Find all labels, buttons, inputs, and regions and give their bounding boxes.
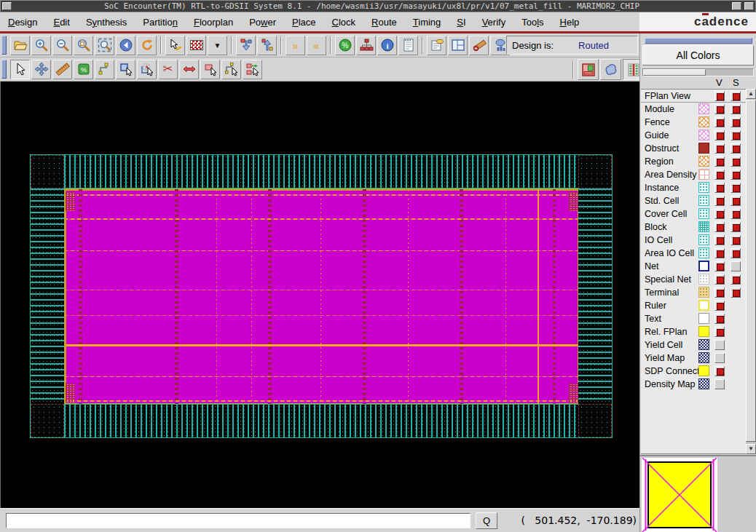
- amoeba-view-button[interactable]: [600, 59, 621, 80]
- measure-button[interactable]: [469, 36, 489, 55]
- core-metal-fill[interactable]: [64, 188, 580, 405]
- menu-synthesis[interactable]: Synthesis: [78, 14, 135, 31]
- layer-row-instance[interactable]: Instance: [641, 181, 746, 194]
- menu-verify[interactable]: Verify: [474, 14, 514, 31]
- zoom-selected-button[interactable]: [74, 36, 93, 55]
- zoom-out-button[interactable]: [52, 36, 72, 55]
- layer-row-yield-cell[interactable]: Yield Cell: [641, 338, 746, 352]
- selectable-checkbox[interactable]: [731, 261, 741, 271]
- violation-report-button[interactable]: [398, 36, 418, 55]
- select-box-button[interactable]: [116, 60, 135, 79]
- edit-select-button[interactable]: [165, 36, 185, 55]
- visible-checkbox[interactable]: [714, 183, 725, 193]
- visible-checkbox[interactable]: [714, 274, 725, 285]
- layer-row-io-cell[interactable]: IO Cell: [641, 234, 746, 247]
- selectable-checkbox[interactable]: [731, 117, 741, 127]
- layer-color-swatch[interactable]: [698, 352, 709, 363]
- layer-color-swatch[interactable]: [698, 103, 709, 114]
- layout-canvas[interactable]: [0, 82, 639, 508]
- menu-timing[interactable]: Timing: [405, 14, 449, 31]
- layer-row-block[interactable]: Block: [641, 221, 746, 234]
- palette-vertical-scrollbar[interactable]: ▲ ▼: [746, 89, 756, 454]
- layer-row-terminal[interactable]: Terminal: [641, 286, 746, 299]
- layer-color-swatch[interactable]: [698, 130, 709, 140]
- selectable-checkbox[interactable]: [731, 156, 741, 167]
- selectable-checkbox[interactable]: [731, 274, 741, 285]
- visible-checkbox[interactable]: [714, 117, 725, 127]
- visible-checkbox[interactable]: [714, 301, 725, 311]
- visible-checkbox[interactable]: [714, 314, 725, 324]
- chip-die[interactable]: [30, 154, 613, 438]
- minimap-viewport[interactable]: [642, 458, 717, 532]
- visible-checkbox[interactable]: [714, 248, 725, 258]
- maximize-button[interactable]: [744, 2, 754, 10]
- stretch-wire-button[interactable]: [179, 60, 199, 79]
- menu-power[interactable]: Power: [241, 14, 284, 31]
- density-box-button[interactable]: %: [74, 60, 93, 79]
- fill-pattern-button[interactable]: [186, 36, 206, 55]
- visible-checkbox[interactable]: [714, 235, 725, 245]
- layer-row-text[interactable]: Text: [641, 312, 746, 325]
- layer-row-ruler[interactable]: Ruler: [641, 299, 746, 312]
- layer-row-net[interactable]: Net: [641, 260, 746, 273]
- visible-checkbox[interactable]: [714, 209, 725, 219]
- layer-row-yield-map[interactable]: Yield Map: [641, 352, 746, 365]
- selectable-checkbox[interactable]: [731, 209, 741, 219]
- floorplan-view-button[interactable]: [578, 59, 599, 80]
- layer-color-swatch[interactable]: [698, 182, 709, 193]
- visible-checkbox[interactable]: [714, 91, 725, 101]
- layer-row-rel-fplan[interactable]: Rel. FPlan: [641, 325, 746, 338]
- workspace-button[interactable]: [448, 36, 468, 55]
- scroll-up-button[interactable]: ▲: [746, 89, 756, 99]
- scrollbar-thumb[interactable]: [643, 69, 706, 76]
- layer-color-swatch[interactable]: [698, 313, 709, 324]
- previous-view-button[interactable]: [116, 36, 135, 55]
- design-browser-button[interactable]: [356, 36, 376, 55]
- layer-color-swatch[interactable]: [698, 143, 709, 154]
- visible-checkbox[interactable]: [714, 340, 725, 350]
- selectable-checkbox[interactable]: [731, 170, 741, 180]
- selectable-checkbox[interactable]: [731, 235, 741, 245]
- visible-checkbox[interactable]: [714, 104, 725, 114]
- menu-si[interactable]: SI: [449, 14, 473, 31]
- cut-wire-button[interactable]: ✂: [158, 60, 178, 79]
- world-view-minimap[interactable]: [639, 455, 756, 532]
- toolbar-grip-handle[interactable]: [1, 36, 7, 55]
- selectable-checkbox[interactable]: [731, 183, 741, 193]
- layer-row-cover-cell[interactable]: Cover Cell: [641, 207, 746, 221]
- export-design-button[interactable]: [257, 36, 277, 55]
- layer-row-std-cell[interactable]: Std. Cell: [641, 194, 746, 207]
- zoom-fit-button[interactable]: [95, 36, 114, 55]
- visible-checkbox[interactable]: [714, 353, 725, 363]
- layer-color-swatch[interactable]: [698, 234, 709, 245]
- layer-row-module[interactable]: Module: [641, 103, 746, 116]
- area-select-button[interactable]: [137, 60, 157, 79]
- window-menu-button[interactable]: [2, 2, 12, 10]
- layer-row-area-density[interactable]: Area Density: [641, 168, 746, 181]
- undo-button[interactable]: «: [307, 36, 326, 55]
- layer-color-swatch[interactable]: [698, 300, 709, 311]
- visible-checkbox[interactable]: [714, 196, 725, 206]
- panel-drag-handle[interactable]: [645, 38, 752, 44]
- info-button[interactable]: i: [377, 36, 397, 55]
- move-object-button[interactable]: [200, 60, 220, 79]
- menu-place[interactable]: Place: [284, 14, 324, 31]
- select-cursor-button[interactable]: [10, 60, 30, 79]
- visible-checkbox[interactable]: [714, 170, 725, 180]
- selectable-checkbox[interactable]: [731, 248, 741, 258]
- scroll-down-button[interactable]: ▼: [746, 444, 756, 454]
- menu-design[interactable]: Design: [0, 14, 45, 31]
- layer-row-region[interactable]: Region: [641, 155, 746, 168]
- layer-color-swatch[interactable]: [698, 208, 709, 219]
- selectable-checkbox[interactable]: [731, 143, 741, 154]
- layer-row-fplan-view[interactable]: FPlan View: [641, 90, 746, 103]
- layer-color-swatch[interactable]: [698, 195, 709, 206]
- layer-color-swatch[interactable]: [698, 156, 709, 167]
- visible-checkbox[interactable]: [714, 287, 725, 298]
- layer-row-density-map[interactable]: Density Map: [641, 378, 746, 391]
- visible-checkbox[interactable]: [714, 327, 725, 337]
- menu-edit[interactable]: Edit: [45, 14, 77, 31]
- visible-checkbox[interactable]: [714, 379, 725, 389]
- ruler-button[interactable]: [52, 60, 72, 79]
- layer-row-sdp-connect[interactable]: SDP Connect: [641, 365, 746, 378]
